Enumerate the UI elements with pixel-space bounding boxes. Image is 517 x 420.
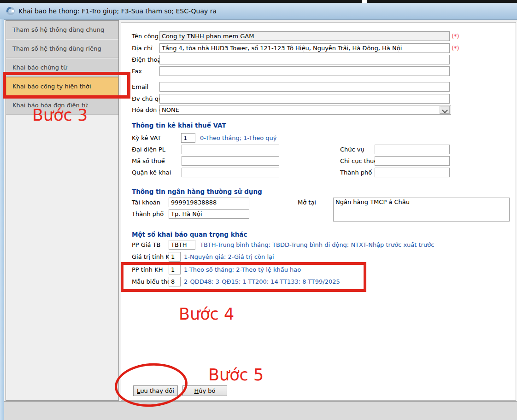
avg-price-hint: TBTH-Trung bình tháng; TBDD-Trung bình d… xyxy=(200,241,434,248)
bank-city-label: Thành phố xyxy=(132,210,164,217)
sidebar-item-khai-bao-chung-tu[interactable]: Khai báo chứng từ xyxy=(6,58,118,77)
sidebar-item-hoa-don-dien-tu[interactable]: Khai báo hóa đơn điện tử xyxy=(6,96,118,115)
company-name-required-mark: (*) xyxy=(452,33,459,40)
sidebar-item-tham-so-rieng[interactable]: Tham số hệ thống dùng riêng xyxy=(6,40,118,58)
einvoice-dropdown-button[interactable] xyxy=(440,106,450,114)
sidebar-item-khai-bao-cong-ty[interactable]: Khai báo công ty hiện thời xyxy=(6,77,118,96)
app-window: Khai bao he thong: F1-Tro giup; F3-Sua t… xyxy=(0,0,517,420)
fax-input[interactable] xyxy=(159,66,450,76)
address-required-mark: (*) xyxy=(452,45,459,52)
window-title: Khai bao he thong: F1-Tro giup; F3-Sua t… xyxy=(18,7,217,15)
bank-account-input[interactable] xyxy=(169,198,249,207)
sidebar-item-tham-so-chung[interactable]: Tham số hệ thống dùng chung xyxy=(6,21,118,40)
tax-dept-label: Chi cục thuế xyxy=(340,158,377,164)
vat-period-hint: 0-Theo tháng; 1-Theo quý xyxy=(200,134,277,141)
settings-sidebar: Tham số hệ thống dùng chung Tham số hệ t… xyxy=(6,20,119,401)
report-form-input[interactable] xyxy=(169,277,181,286)
einvoice-select[interactable]: NONE xyxy=(159,105,451,115)
vat-period-label: Kỳ kê VAT xyxy=(132,134,161,141)
bank-city-input[interactable] xyxy=(169,209,249,219)
report-form-hint: 2-QDD48; 3-QĐ15; 1-TT200; 14-TT133; 8-TT… xyxy=(184,278,340,285)
district-label: Quận kê khai xyxy=(132,169,171,176)
company-name-input[interactable] xyxy=(159,31,450,41)
tax-code-label: Mã số thuế xyxy=(132,158,165,164)
legal-rep-input[interactable] xyxy=(182,145,279,154)
dep-method-input[interactable] xyxy=(169,265,181,274)
email-label: Email xyxy=(132,83,148,90)
parent-unit-input[interactable] xyxy=(159,94,450,104)
email-input[interactable] xyxy=(159,82,450,92)
cancel-button-label: Hủy bỏ xyxy=(183,386,227,396)
window-titlebar[interactable]: Khai bao he thong: F1-Tro giup; F3-Sua t… xyxy=(0,3,517,20)
app-logo-icon xyxy=(6,6,15,16)
fax-label: Fax xyxy=(132,68,142,75)
status-footer xyxy=(0,401,517,420)
company-declaration-form: Tên công ty (*) Địa chỉ (*) Điện thoại F… xyxy=(121,22,516,401)
dep-value-input[interactable] xyxy=(169,252,181,262)
dep-value-label: Giá trị tính KH xyxy=(132,253,174,260)
vat-period-input[interactable] xyxy=(181,133,195,143)
bank-section-header: Thông tin ngân hàng thường sử dụng xyxy=(132,188,262,195)
dep-method-hint: 1-Theo số tháng; 2-Theo tỷ lệ khẩu hao xyxy=(184,266,301,273)
dep-method-label: PP tính KH xyxy=(132,266,163,273)
tax-dept-input[interactable] xyxy=(375,156,450,166)
vat-section-header: Thông tin kê khai thuế VAT xyxy=(132,122,226,129)
window-left-border xyxy=(0,19,4,420)
einvoice-selected-value: NONE xyxy=(162,106,179,113)
cancel-button[interactable]: Hủy bỏ xyxy=(182,385,227,396)
save-button-label: Lưu thay đổi xyxy=(134,386,177,396)
chevron-down-icon xyxy=(442,107,448,113)
bank-open-at-input[interactable]: Ngân hàng TMCP á Châu xyxy=(333,198,510,222)
district-input[interactable] xyxy=(182,168,279,177)
bank-account-label: Tài khoản xyxy=(132,199,160,206)
avg-price-input[interactable] xyxy=(169,240,195,250)
vat-city-label: Thành phố xyxy=(340,169,372,176)
tax-code-input[interactable] xyxy=(182,156,279,166)
save-button[interactable]: Lưu thay đổi xyxy=(133,385,178,396)
phone-input[interactable] xyxy=(159,55,450,64)
phone-label: Điện thoại xyxy=(132,56,163,63)
vat-city-input[interactable] xyxy=(375,168,450,177)
address-input[interactable] xyxy=(159,43,450,53)
dep-value-hint: 1-Nguyên giá; 2-Giá trị còn lại xyxy=(184,253,274,260)
position-label: Chức vụ xyxy=(340,146,364,153)
bank-open-at-label: Mở tại xyxy=(298,199,316,206)
position-input[interactable] xyxy=(375,145,450,154)
legal-rep-label: Đại diện PL xyxy=(132,146,165,153)
address-label: Địa chỉ xyxy=(132,45,153,52)
other-section-header: Một số khai báo quan trọng khác xyxy=(132,231,247,238)
avg-price-label: PP Giá TB xyxy=(132,241,160,248)
